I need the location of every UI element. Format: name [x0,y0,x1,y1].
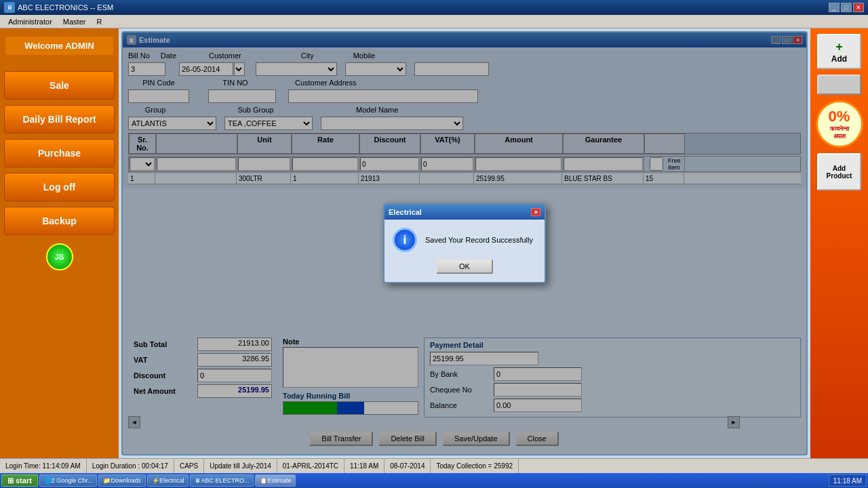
minimize-btn[interactable]: _ [829,3,840,12]
title-controls: _ □ ✕ [829,3,864,12]
promo-percent: 0% [829,108,850,125]
close-btn[interactable]: ✕ [853,3,864,12]
modal-message: Saved Your Record Successfully [425,236,533,244]
status-date: 08-07-2014 [384,459,431,473]
sidebar-item-daily-bill[interactable]: Daily Bill Report [4,105,115,134]
fiscal-year: 01-APRIL-2014TC [277,459,344,473]
title-bar: 🖥 ABC ELECTRONICS -- ESM _ □ ✕ [0,0,868,15]
menu-bar: Administrator Master R [0,15,868,28]
maximize-btn[interactable]: □ [841,3,852,12]
taskbar-app-downloads[interactable]: 📁 Downloads [98,474,146,487]
modal-ok-btn[interactable]: OK [436,259,493,274]
modal-dialog: Electrical ✕ i Saved Your Record Success… [383,203,546,283]
add-product-label: AddProduct [827,165,852,180]
modal-overlay: Electrical ✕ i Saved Your Record Success… [123,33,806,454]
menu-r[interactable]: R [91,17,107,26]
add-product-btn[interactable]: AddProduct [817,153,861,190]
start-icon: ⊞ [7,476,14,485]
promo-circle: 0% फायनेन्स अपला [816,100,863,148]
taskbar-app-electrical[interactable]: ⚡ Electrical [147,474,189,487]
status-time: 11:18 AM [344,459,384,473]
start-button[interactable]: ⊞ start [1,474,38,487]
modal-icon-row: i Saved Your Record Successfully [393,228,536,252]
add-plus-icon: + [835,40,843,54]
add-label: Add [831,54,847,64]
right-panel: + Add 0% फायनेन्स अपला AddProduct [810,28,868,458]
sidebar-item-backup[interactable]: Backup [4,207,115,235]
menu-administrator[interactable]: Administrator [3,17,58,26]
taskbar-app-chrome[interactable]: 🌐 2 Google Chr... [39,474,98,487]
menu-master[interactable]: Master [58,17,92,26]
status-bar: Login Time: 11:14:09 AM Login Duration :… [0,458,868,473]
estimate-window: 📋 Estimate _ □ ✕ Bill No Date [121,31,808,455]
taskbar-time: 11:18 AM [829,474,867,487]
login-time: Login Time: 11:14:09 AM [0,459,87,473]
info-icon: i [393,228,417,252]
promo-line2: अपला [833,133,846,140]
welcome-text: Welcome ADMIN [5,37,113,55]
modal-body: i Saved Your Record Successfully OK [384,220,545,282]
main-area: Welcome ADMIN Sale Daily Bill Report Pur… [0,28,868,458]
app-title: ABC ELECTRONICS -- ESM [18,3,113,12]
login-duration: Login Duration : 00:04:17 [87,459,174,473]
modal-title: Electrical [389,208,422,216]
start-label: start [16,476,32,485]
modal-title-bar: Electrical ✕ [384,205,545,220]
content-area: 📋 Estimate _ □ ✕ Bill No Date [119,28,810,458]
taskbar: ⊞ start 🌐 2 Google Chr... 📁 Downloads ⚡ … [0,473,868,488]
sidebar-header: Welcome ADMIN [0,28,119,68]
sidebar-item-logoff[interactable]: Log off [4,173,115,201]
promo-line1: फायनेन्स [830,125,849,133]
today-collection: Today Collection = 25992 [431,459,519,473]
update-till: Update till July-2014 [204,459,277,473]
taskbar-app-abc[interactable]: 🖥 ABC ELECTRO... [190,474,254,487]
sidebar: Welcome ADMIN Sale Daily Bill Report Pur… [0,28,119,458]
taskbar-app-estimate[interactable]: 📋 Estimate [255,474,296,487]
blank-btn [817,75,861,95]
caps-indicator: CAPS [174,459,204,473]
sidebar-item-sale[interactable]: Sale [4,71,115,100]
app-icon: 🖥 [4,2,15,13]
modal-close-btn[interactable]: ✕ [531,208,540,216]
add-btn[interactable]: + Add [817,34,861,69]
sidebar-item-purchase[interactable]: Purchase [4,139,115,167]
avatar: JS [46,243,73,270]
